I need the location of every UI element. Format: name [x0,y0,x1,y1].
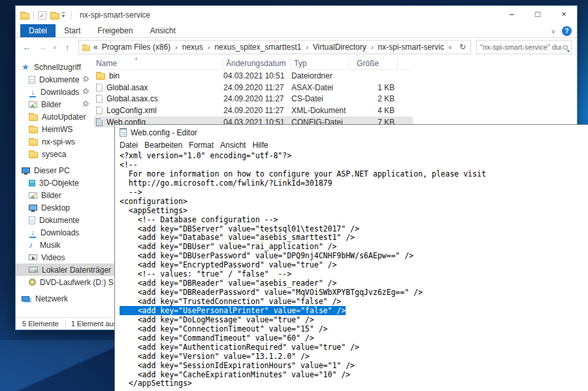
ribbon-collapse-icon[interactable]: ∨ [551,28,555,35]
address-dropdown-icon[interactable]: ∨ [444,44,456,50]
up-button[interactable]: ↑ [60,42,74,52]
picture-icon [29,192,37,199]
editor-line-text: <add key="Version" value="13.1.2.0" /> [120,352,310,361]
tab-start[interactable]: Start [56,24,89,37]
forward-button[interactable]: → [35,42,50,52]
close-button[interactable]: × [551,6,577,24]
file-name: Global.asax.cs [106,94,158,103]
breadcrumb-segment[interactable]: nx-spi-smart-service [375,42,444,52]
menu-ansicht[interactable]: Ansicht [217,141,249,150]
editor-line: For more information on how to configure… [120,170,588,179]
notepad-title: Web.config - Editor [131,128,197,137]
sidebar-item-label: Lokaler Datenträger [42,265,111,275]
breadcrumb-segment[interactable]: Program Files (x86) [99,42,173,52]
breadcrumb-segment[interactable]: nexus [180,42,206,52]
editor-line: <add key="SessionIdExpirationHours" valu… [120,362,588,371]
qat-customize-icon[interactable]: ▾ [62,12,65,19]
breadcrumb-segment[interactable]: VirtualDirectory [310,42,369,52]
file-date: 24.09.2020 11:27 [223,83,291,92]
menu-bearbeiten[interactable]: Bearbeiten [141,141,186,150]
sidebar-item-bilder[interactable]: Bilder [16,189,128,201]
sidebar-item-dieser-pc[interactable]: Dieser PC [16,164,128,177]
disk-icon [29,267,38,273]
editor-line-text: <appSettings> [120,206,188,215]
column-header-size[interactable]: Größe [349,58,398,69]
editor-text-area[interactable]: <?xml version="1.0" encoding="utf-8"?><!… [115,150,588,388]
sidebar-item-label: AutoUpdater [42,112,86,122]
editor-line: <add key="DBReaderPassword" value="MqVOi… [120,288,588,298]
file-date: 24.09.2020 11:27 [223,106,291,115]
tab-ansicht[interactable]: Ansicht [141,24,184,37]
file-name: Global.asax [106,83,148,92]
breadcrumb-segment[interactable]: nexus_spitex_smarttest1 [212,42,304,52]
menu-format[interactable]: Format [186,141,217,150]
editor-line-text: <add key="DBReader" value="asebis_reader… [120,279,336,288]
qat-new-folder-icon[interactable] [50,13,59,20]
editor-line: <add key="Database" value="asebis_smartt… [120,233,588,243]
sidebar-item-musik[interactable]: ♪Musik [16,239,128,251]
file-name-cell: Global.asax [94,83,223,92]
sidebar-item-netzwerk[interactable]: Netzwerk [16,292,128,305]
editor-line-text: <add key="SessionIdExpirationHours" valu… [120,361,355,370]
file-row-logconfig-xml[interactable]: LogConfig.xml24.09.2020 11:27XML-Dokumen… [94,105,413,116]
file-type: Dateiordner [291,71,349,80]
editor-line-text: <add key="DBUser" value="rai_application… [120,242,336,251]
sidebar-item-desktop[interactable]: Desktop [16,201,128,214]
page-icon [96,107,103,114]
editor-line: <add key="ConnectionTimeout" value="15" … [120,325,588,334]
desktop-icon [29,205,37,211]
editor-line: <add key="CacheExpirationMinutes" value=… [120,371,588,380]
sidebar-item-label: 3D-Objekte [39,178,79,188]
sidebar-item-label: Videos [41,253,65,262]
column-header-date[interactable]: Änderungsdatum [223,58,291,69]
column-header-type[interactable]: Typ [291,58,349,69]
chevron-right-icon: › [369,43,376,51]
notepad-app-icon [120,128,127,137]
tab-datei[interactable]: Datei [20,24,56,37]
folder-icon [96,73,105,80]
column-header-name[interactable]: Name [94,58,223,69]
desktop: ✓ ▾ nx-spi-smart-service – □ × DateiStar… [0,0,588,391]
picture-icon [29,101,37,108]
sidebar-item-label: Bilder [41,100,61,109]
editor-line-text: For more information on how to configure… [120,169,486,178]
sidebar-item-label: Bilder [41,191,61,200]
recent-locations-icon[interactable]: ∨ [51,44,59,50]
help-button[interactable]: ? [562,26,572,36]
minimize-button[interactable]: – [498,6,525,24]
address-toolbar: ← → ∨ ↑ «Program Files (x86)›nexus›nexus… [16,38,577,56]
file-row-global-asax[interactable]: Global.asax24.09.2020 11:27ASAX-Datei1 K… [94,82,413,94]
pin-icon [81,88,90,96]
editor-line: <add key="UsePersonalPrinter" value="fal… [120,307,588,316]
notepad-window: Web.config - Editor DateiBearbeitenForma… [114,124,588,391]
folder-icon [29,139,38,146]
menu-hilfe[interactable]: Hilfe [249,141,271,150]
menu-datei[interactable]: Datei [116,141,141,150]
back-button[interactable]: ← [20,42,34,52]
file-row-global-asax-cs[interactable]: Global.asax.cs24.09.2020 11:27CS-Datei2 … [94,93,413,105]
address-folder-icon [82,45,90,51]
search-input[interactable]: "nx-spi-smart-service" durchs... [476,40,572,54]
refresh-icon[interactable]: ↻ [456,42,469,52]
editor-line-text: <add key="DBUserPassword" value="DPQ9nj4… [120,251,414,260]
qat-properties-icon[interactable]: ✓ [38,11,46,20]
sidebar-item-nx-spi-ws[interactable]: nx-spi-ws [16,135,128,148]
sidebar-item-syseca[interactable]: syseca [16,148,128,160]
sidebar-item-dokumente[interactable]: Dokumente [16,214,128,226]
sidebar-item-dvd-laufwerk-d-s[interactable]: DVD-Laufwerk (D:) S [16,276,128,288]
sidebar-item-downloads[interactable]: ↓Downloads [16,226,128,239]
sidebar-item-videos[interactable]: Videos [16,251,128,264]
page-icon [96,95,103,103]
maximize-button[interactable]: □ [525,6,551,24]
sidebar-item-3d-objekte[interactable]: 3D-Objekte [16,177,128,189]
editor-line-text: <add key="AuthenticationRequired" value=… [120,343,359,352]
editor-line: <?xml version="1.0" encoding="utf-8"?> [120,152,588,161]
tab-freigeben[interactable]: Freigeben [89,24,141,37]
sidebar-item-label: Schnellzugriff [34,63,81,72]
address-bar[interactable]: «Program Files (x86)›nexus›nexus_spitex_… [78,40,471,54]
file-type: ASAX-Datei [291,83,349,92]
editor-line-text: <add key="EncryptedPassword" value="true… [120,260,336,269]
file-row-bin[interactable]: bin04.03.2021 10:51Dateiordner [94,70,413,82]
sidebar-item-lokaler-datentr-ger[interactable]: Lokaler Datenträger [16,264,128,276]
video-icon [29,254,37,260]
